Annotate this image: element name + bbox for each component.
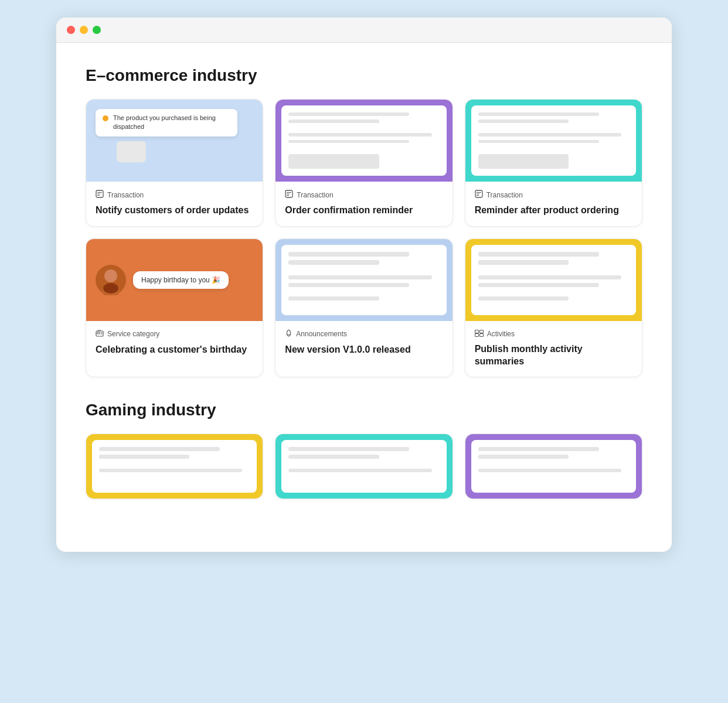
card-order-category-label: Transaction	[297, 191, 333, 199]
activities-icon	[475, 329, 484, 339]
gaming-card-1[interactable]	[86, 434, 263, 499]
notification-text: The product you purchased is being dispa…	[113, 114, 230, 132]
card-dispatch-category: Transaction	[96, 190, 253, 200]
card-order-title: Order confirmation reminder	[285, 204, 443, 217]
card-announcement-category-label: Announcements	[296, 330, 347, 338]
card-birthday[interactable]: Happy birthday to you 🎉 Service category…	[86, 238, 263, 378]
card-reminder-category-label: Transaction	[487, 191, 523, 199]
gaming-card-1-preview	[86, 434, 263, 499]
transaction-icon-3	[475, 190, 483, 200]
card-dispatch-info: Transaction Notify customers of order up…	[86, 182, 263, 226]
svg-rect-25	[479, 333, 483, 336]
card-activities-title: Publish monthly activity summaries	[475, 343, 632, 368]
svg-rect-24	[475, 333, 478, 336]
svg-point-13	[104, 269, 117, 282]
service-icon	[96, 329, 104, 339]
card-reminder-preview	[465, 100, 642, 182]
browser-content: E–commerce industry The product you purc…	[56, 43, 672, 552]
card-activities[interactable]: Activities Publish monthly activity summ…	[465, 238, 642, 378]
card-activities-info: Activities Publish monthly activity summ…	[465, 321, 642, 377]
gaming-card-2[interactable]	[275, 434, 453, 499]
card-dispatch-title: Notify customers of order updates	[96, 204, 253, 217]
card-activities-category-label: Activities	[487, 330, 515, 338]
card-dispatch-preview: The product you purchased is being dispa…	[86, 100, 263, 182]
transaction-icon-2	[285, 190, 293, 200]
card-dispatch[interactable]: The product you purchased is being dispa…	[86, 99, 263, 227]
close-button[interactable]	[67, 26, 75, 34]
card-reminder-title: Reminder after product ordering	[475, 204, 632, 217]
gaming-section-title: Gaming industry	[86, 401, 642, 419]
browser-toolbar	[56, 18, 672, 43]
ecommerce-section-title: E–commerce industry	[86, 66, 642, 85]
card-announcement-title: New version V1.0.0 released	[285, 344, 443, 356]
gaming-cards-grid	[86, 434, 642, 499]
notification-dot	[103, 115, 108, 121]
birthday-bubble: Happy birthday to you 🎉	[133, 271, 229, 289]
minimize-button[interactable]	[80, 26, 88, 34]
svg-rect-23	[479, 330, 483, 333]
card-order-confirm[interactable]: Transaction Order confirmation reminder	[275, 99, 453, 227]
gaming-card-2-preview	[275, 434, 452, 499]
card-announcement-inner	[281, 245, 446, 315]
card-reminder-info: Transaction Reminder after product order…	[465, 182, 642, 226]
bell-icon	[285, 329, 292, 339]
card-reminder[interactable]: Transaction Reminder after product order…	[465, 99, 642, 227]
card-order-inner	[281, 105, 446, 176]
card-birthday-category: Service category	[96, 329, 253, 339]
card-order-confirm-info: Transaction Order confirmation reminder	[275, 182, 452, 226]
card-activities-inner	[471, 245, 636, 315]
gaming-card-3-inner	[471, 440, 636, 493]
notification-bubble: The product you purchased is being dispa…	[96, 109, 237, 136]
card-birthday-category-label: Service category	[107, 330, 159, 338]
transaction-icon	[96, 190, 104, 200]
svg-point-15	[103, 283, 118, 294]
avatar	[96, 265, 126, 295]
card-announcement-category: Announcements	[285, 329, 443, 339]
card-reminder-inner	[471, 105, 636, 176]
gaming-card-3-preview	[465, 434, 642, 499]
gaming-card-1-inner	[92, 440, 257, 493]
card-dispatch-category-label: Transaction	[107, 191, 144, 199]
card-announcement-info: Announcements New version V1.0.0 release…	[275, 321, 452, 366]
product-image	[117, 141, 146, 162]
card-birthday-title: Celebrating a customer's birthday	[96, 344, 253, 356]
gaming-card-2-inner	[281, 440, 446, 493]
card-announcement-preview	[275, 239, 452, 321]
card-order-preview	[275, 100, 452, 182]
card-activities-category: Activities	[475, 329, 632, 339]
ecommerce-cards-grid: The product you purchased is being dispa…	[86, 99, 642, 377]
maximize-button[interactable]	[93, 26, 101, 34]
browser-window: E–commerce industry The product you purc…	[56, 18, 672, 552]
card-reminder-category: Transaction	[475, 190, 632, 200]
svg-rect-17	[97, 332, 100, 334]
card-birthday-info: Service category Celebrating a customer'…	[86, 321, 263, 366]
svg-rect-22	[475, 330, 478, 333]
card-announcement[interactable]: Announcements New version V1.0.0 release…	[275, 238, 453, 378]
gaming-card-3[interactable]	[465, 434, 642, 499]
card-birthday-preview: Happy birthday to you 🎉	[86, 239, 263, 321]
card-activities-preview	[465, 239, 642, 321]
card-order-category: Transaction	[285, 190, 443, 200]
